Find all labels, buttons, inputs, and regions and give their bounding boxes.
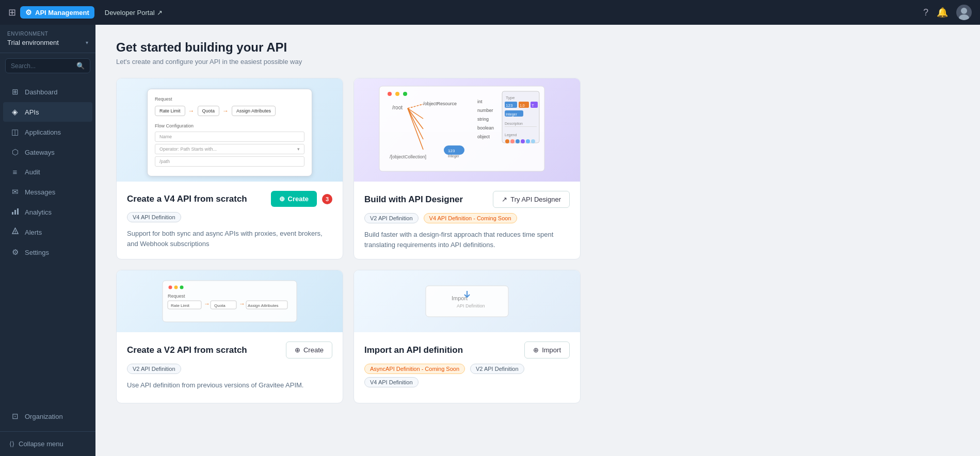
- import-button[interactable]: ⊕ Import: [524, 341, 570, 359]
- svg-text:Description: Description: [505, 122, 523, 126]
- sidebar: Environment Trial environment ▾ 🔍 ⊞ Dash…: [0, 25, 95, 456]
- sidebar-item-label: Messages: [25, 188, 55, 196]
- sidebar-item-analytics[interactable]: Analytics: [3, 202, 92, 222]
- notification-icon[interactable]: 🔔: [937, 7, 948, 18]
- sidebar-item-dashboard[interactable]: ⊞ Dashboard: [3, 82, 92, 102]
- brand-logo[interactable]: ⚙ API Management: [20, 6, 94, 19]
- svg-rect-4: [17, 208, 19, 215]
- create-v2-button[interactable]: ⊕ Create: [286, 341, 332, 359]
- mockup-name-input: Name: [155, 132, 304, 142]
- v4-api-definition-badge: V4 API Definition: [127, 212, 181, 222]
- card-title-row-import: Import an API definition ⊕ Import: [364, 341, 570, 359]
- environment-selector[interactable]: Environment Trial environment ▾: [0, 25, 95, 53]
- sidebar-item-apis[interactable]: ◈ APIs: [3, 102, 92, 122]
- mockup-operator-select: Operator: Path Starts with... ▾: [155, 144, 304, 154]
- asyncapi-coming-soon-badge: AsyncAPI Definition - Coming Soon: [364, 364, 465, 374]
- collapse-menu-button[interactable]: ⟨⟩ Collapse menu: [7, 437, 88, 451]
- sidebar-item-messages[interactable]: ✉ Messages: [3, 182, 92, 202]
- env-value-text: Trial environment: [7, 39, 59, 46]
- sidebar-item-organization[interactable]: ⊡ Organization: [3, 406, 92, 426]
- cards-grid: Request Rate Limit → Quota → Assign Attr…: [116, 78, 581, 403]
- card-body-designer: Build with API Designer ↗ Try API Design…: [354, 182, 580, 259]
- env-value[interactable]: Trial environment ▾: [7, 39, 88, 46]
- sidebar-item-label: Gateways: [25, 149, 55, 156]
- svg-point-1: [959, 14, 969, 20]
- top-navigation: ⊞ ⚙ API Management Developer Portal ↗ ? …: [0, 0, 980, 25]
- svg-text:T: T: [532, 103, 534, 108]
- chevron-down-icon: ▾: [86, 40, 88, 45]
- portal-link-label: Developer Portal: [105, 9, 155, 17]
- card-body-v2: Create a V2 API from scratch ⊕ Create V2…: [117, 332, 343, 400]
- try-api-designer-button[interactable]: ↗ Try API Designer: [493, 191, 570, 208]
- card-create-v4: Request Rate Limit → Quota → Assign Attr…: [116, 78, 343, 259]
- gateways-icon: ⬡: [10, 148, 20, 157]
- plus-circle-icon-v2: ⊕: [295, 346, 300, 354]
- card-image-designer: /root /objectResource int number string …: [354, 78, 580, 182]
- sidebar-item-alerts[interactable]: Alerts: [3, 222, 92, 242]
- svg-point-38: [516, 139, 520, 143]
- settings-icon: ⚙: [10, 248, 20, 257]
- sidebar-item-label: Analytics: [25, 208, 52, 216]
- v2-card-description: Use API definition from previous version…: [127, 380, 332, 390]
- grid-icon[interactable]: ⊞: [8, 7, 16, 18]
- svg-text:Request: Request: [168, 294, 185, 299]
- sidebar-item-settings[interactable]: ⚙ Settings: [3, 242, 92, 262]
- card-title-row: Create a V4 API from scratch ⊕ Create 3: [127, 191, 332, 207]
- svg-text:Quota: Quota: [214, 303, 226, 308]
- sidebar-item-gateways[interactable]: ⬡ Gateways: [3, 142, 92, 162]
- mockup-path-input: /path: [155, 156, 304, 167]
- svg-text:1.0: 1.0: [520, 104, 525, 107]
- svg-point-48: [174, 286, 178, 289]
- user-avatar[interactable]: [956, 5, 972, 20]
- import-label: Import: [542, 346, 561, 354]
- svg-text:Rate Limit: Rate Limit: [171, 303, 190, 308]
- svg-point-9: [395, 92, 399, 96]
- sidebar-item-label: Alerts: [25, 229, 42, 236]
- developer-portal-link[interactable]: Developer Portal ↗: [105, 9, 163, 17]
- request-label: Request: [155, 96, 304, 102]
- flow-step-assign: Assign Attributes: [232, 106, 276, 116]
- svg-text:Legend: Legend: [505, 133, 517, 137]
- search-input[interactable]: [11, 62, 73, 70]
- flow-steps: Rate Limit → Quota → Assign Attributes: [155, 106, 304, 116]
- card-title-designer: Build with API Designer: [364, 194, 463, 205]
- svg-text:123: 123: [506, 103, 513, 108]
- import-badges-row: AsyncAPI Definition - Coming Soon V2 API…: [364, 364, 570, 387]
- card-actions: ⊕ Create 3: [271, 191, 332, 207]
- page-header: Get started building your API Let's crea…: [116, 40, 959, 66]
- create-v4-button[interactable]: ⊕ Create: [271, 191, 317, 207]
- svg-text:API Definition: API Definition: [457, 303, 485, 308]
- card-title-import: Import an API definition: [364, 345, 463, 355]
- brand-icon: ⚙: [25, 8, 32, 17]
- flow-step-rate: Rate Limit: [155, 106, 185, 116]
- card-title-row-designer: Build with API Designer ↗ Try API Design…: [364, 191, 570, 208]
- svg-text:boolean: boolean: [477, 125, 494, 131]
- brand-label: API Management: [35, 9, 89, 17]
- v4-import-badge: V4 API Definition: [364, 377, 419, 387]
- svg-point-37: [510, 139, 515, 143]
- svg-text:Integer: Integer: [448, 154, 459, 158]
- svg-point-39: [521, 139, 525, 143]
- sidebar-item-label: Audit: [25, 168, 40, 176]
- plus-circle-icon: ⊕: [279, 195, 285, 203]
- collapse-label: Collapse menu: [19, 440, 63, 448]
- v4-coming-soon-badge: V4 API Definition - Coming Soon: [424, 213, 517, 223]
- sidebar-item-audit[interactable]: ≡ Audit: [3, 162, 92, 182]
- svg-rect-59: [426, 286, 508, 317]
- help-icon[interactable]: ?: [923, 7, 928, 18]
- svg-point-5: [14, 233, 15, 234]
- dashboard-icon: ⊞: [10, 87, 20, 96]
- sidebar-item-applications[interactable]: ◫ Applications: [3, 122, 92, 142]
- v2-api-definition-badge: V2 API Definition: [364, 213, 419, 223]
- apis-icon: ◈: [10, 107, 20, 117]
- card-image-v2: Request Rate Limit → Quota → Assign Attr…: [117, 270, 343, 332]
- card-title-v2: Create a V2 API from scratch: [127, 345, 247, 355]
- nav-right: ? 🔔: [923, 5, 972, 20]
- card-create-v2: Request Rate Limit → Quota → Assign Attr…: [116, 270, 343, 403]
- svg-text:number: number: [477, 108, 493, 113]
- svg-text:Integer: Integer: [506, 112, 517, 117]
- svg-text:→: →: [204, 300, 210, 307]
- svg-point-47: [169, 286, 172, 289]
- svg-text:Assign Attributes: Assign Attributes: [248, 303, 279, 308]
- svg-point-8: [388, 92, 392, 96]
